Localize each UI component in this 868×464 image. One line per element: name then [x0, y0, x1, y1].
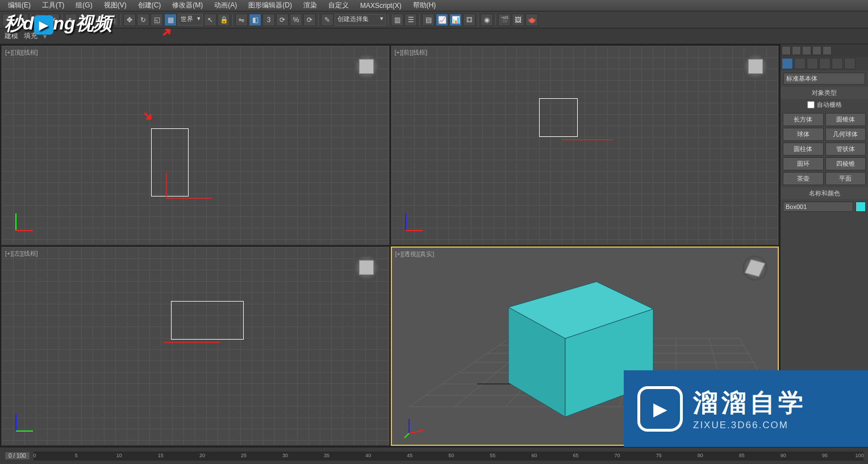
wrench-icon[interactable] [823, 46, 832, 55]
object-name-input[interactable]: Box001 [783, 202, 853, 212]
geometry-category-dropdown[interactable]: 标准基本体 [783, 73, 865, 85]
world-axis-front [403, 211, 425, 233]
percent-snap-btn[interactable]: % [290, 14, 302, 26]
primitive-tube[interactable]: 管状体 [825, 143, 866, 156]
menu-animation[interactable]: 动画(A) [208, 0, 243, 11]
primitive-cone[interactable]: 圆锥体 [825, 113, 866, 126]
mirror-tool-btn[interactable]: ▥ [391, 14, 403, 26]
hierarchy-tab[interactable] [807, 58, 818, 69]
align-tool-btn[interactable]: ☰ [404, 14, 417, 26]
modify-tab[interactable] [794, 58, 806, 69]
name-color-header: 名称和颜色 [781, 187, 868, 199]
editor-btn[interactable]: ✎ [321, 14, 333, 26]
menu-view[interactable]: 视图(V) [98, 0, 132, 11]
viewport-top-label[interactable]: [+][顶][线框] [5, 48, 38, 57]
world-axis-top [13, 211, 36, 233]
display-tab[interactable] [832, 58, 843, 69]
camera-icon[interactable] [812, 46, 821, 55]
watermark-bottom: 溜溜自学 ZIXUE.3D66.COM [624, 370, 868, 447]
scale-btn[interactable]: ◱ [151, 14, 163, 26]
menu-render[interactable]: 渲染 [298, 0, 323, 11]
utilities-tab[interactable] [844, 58, 856, 69]
menu-create[interactable]: 创建(C) [132, 0, 167, 11]
select-name-btn[interactable]: ☰ [78, 14, 91, 26]
menu-help[interactable]: 帮助(H) [407, 0, 442, 11]
primitive-pyramid[interactable]: 四棱锥 [825, 157, 866, 170]
axis-line-left [164, 337, 232, 348]
menu-graph[interactable]: 图形编辑器(D) [243, 0, 298, 11]
menu-bar: 编辑(E) 工具(T) 组(G) 视图(V) 创建(C) 修改器(M) 动画(A… [0, 0, 868, 11]
frame-indicator[interactable]: 0 / 100 [5, 452, 30, 460]
viewport-left-label[interactable]: [+][左][线框] [5, 249, 38, 258]
rotate-btn[interactable]: ↻ [137, 14, 149, 26]
menu-maxscript[interactable]: MAXScript(X) [354, 1, 407, 11]
render-setup-btn[interactable]: 🎬 [498, 14, 511, 26]
menu-group[interactable]: 组(G) [70, 0, 98, 11]
viewcube-left[interactable] [354, 255, 379, 280]
command-panel-top-icons [781, 44, 868, 57]
viewport-front[interactable]: [+][前][线框] [391, 45, 779, 245]
viewcube-front[interactable] [743, 54, 768, 79]
selection-lock-btn[interactable]: 🔒 [218, 14, 230, 26]
auto-grid-checkbox[interactable] [807, 101, 815, 108]
mirror-btn[interactable]: ⇋ [235, 14, 248, 26]
link-btn[interactable]: 🔗 [34, 14, 46, 26]
separator [62, 14, 62, 26]
separator [232, 14, 233, 26]
separator [388, 14, 389, 26]
box-wireframe-left [171, 301, 244, 340]
menu-customize[interactable]: 自定义 [323, 0, 354, 11]
curve-editor-btn[interactable]: 📈 [436, 14, 448, 26]
render-frame-btn[interactable]: 🖼 [512, 14, 524, 26]
pivot-btn[interactable]: ↖ [204, 14, 216, 26]
viewcube-top[interactable] [354, 54, 379, 79]
auto-grid-label: 自动栅格 [817, 101, 842, 109]
lock-icon[interactable] [782, 46, 791, 55]
object-type-header: 对象类型 [781, 87, 868, 99]
menu-tools[interactable]: 工具(T) [36, 0, 70, 11]
primitive-cylinder[interactable]: 圆柱体 [783, 143, 824, 156]
coordinate-system-dropdown[interactable]: 世界 [178, 14, 203, 26]
svg-line-32 [404, 433, 409, 438]
spinner-snap-btn[interactable]: ⟳ [303, 14, 316, 26]
undo-btn[interactable]: ↶ [2, 14, 15, 26]
brush-icon[interactable] [792, 46, 801, 55]
material-editor-btn[interactable]: ◉ [481, 14, 493, 26]
world-axis-persp [403, 416, 426, 439]
select-window-btn[interactable]: ◫ [106, 14, 118, 26]
schematic-btn[interactable]: ⚃ [463, 14, 475, 26]
primitive-box[interactable]: 长方体 [783, 113, 824, 126]
primitive-torus[interactable]: 圆环 [783, 157, 824, 170]
primitive-sphere[interactable]: 球体 [783, 128, 824, 141]
layer-btn[interactable]: ▤ [422, 14, 435, 26]
move-btn[interactable]: ✥ [123, 14, 136, 26]
ribbon-label-fill[interactable]: 填充 [24, 31, 37, 41]
redo-btn[interactable]: ↷ [16, 14, 28, 26]
primitive-plane[interactable]: 平面 [825, 172, 866, 185]
annotation-arrow-viewport: ➜ [139, 107, 156, 124]
menu-modifiers[interactable]: 修改器(M) [166, 0, 208, 11]
auto-grid-row[interactable]: 自动栅格 [781, 99, 868, 111]
dope-sheet-btn[interactable]: 📊 [449, 14, 462, 26]
primitive-teapot[interactable]: 茶壶 [783, 172, 824, 185]
snap-toggle-btn[interactable]: 3 [262, 14, 275, 26]
render-btn[interactable]: 🫖 [525, 14, 538, 26]
object-color-swatch[interactable] [856, 202, 866, 212]
angle-snap-btn[interactable]: ⟳ [276, 14, 289, 26]
align-btn[interactable]: ◧ [249, 14, 261, 26]
unlink-btn[interactable]: ✕ [47, 14, 60, 26]
viewport-front-label[interactable]: [+][前][线框] [395, 48, 428, 57]
viewport-left[interactable]: [+][左][线框] [1, 246, 390, 446]
time-ruler[interactable]: 0 5 10 15 20 25 30 35 40 45 50 55 60 65 … [34, 452, 863, 461]
motion-tab[interactable] [819, 58, 831, 69]
command-panel-tabs [781, 57, 868, 70]
display-icon[interactable] [802, 46, 811, 55]
select-region-btn[interactable]: ▭ [92, 14, 105, 26]
select-btn[interactable]: ↖ [65, 14, 77, 26]
menu-edit[interactable]: 编辑(E) [2, 0, 36, 11]
named-selection-dropdown[interactable]: 创建选择集 [335, 14, 386, 26]
primitive-geosphere[interactable]: 几何球体 [825, 128, 866, 141]
viewport-top[interactable]: [+][顶][线框] ➜ [1, 45, 390, 245]
create-tab[interactable] [782, 58, 793, 69]
separator [478, 14, 478, 26]
